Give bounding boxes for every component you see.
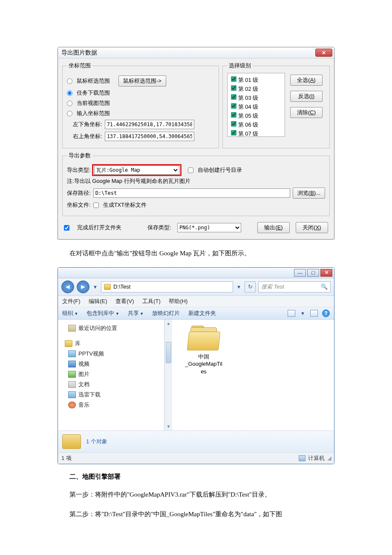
explorer-body: 最近访问的位置 库 PPTV视频 视频 图片 文档 迅雷下载 音乐 ▲ ▼ xyxy=(58,320,334,431)
details-folder-icon xyxy=(62,434,81,449)
address-dropdown-icon[interactable]: ▼ xyxy=(236,284,242,289)
radio-mouse[interactable] xyxy=(67,78,72,84)
auto-create-dir-check[interactable] xyxy=(188,168,193,173)
open-after-check[interactable] xyxy=(64,225,69,231)
menu-tools[interactable]: 工具(T) xyxy=(142,298,161,304)
resize-grip-icon[interactable]: ◢ xyxy=(327,455,331,461)
level-04-check[interactable] xyxy=(231,103,236,109)
history-dropdown-icon[interactable]: ▼ xyxy=(92,284,98,289)
window-controls: — ▢ ✕ xyxy=(58,268,334,278)
view-dropdown-icon[interactable]: ▼ xyxy=(300,311,306,316)
tool-organize[interactable]: 组织 xyxy=(62,309,78,317)
menu-edit[interactable]: 编辑(E) xyxy=(89,298,107,304)
section-heading-2: 二、地图引擎部署 xyxy=(69,473,334,481)
save-path-input[interactable] xyxy=(93,188,290,198)
browse-button[interactable]: 浏览(B)... xyxy=(293,188,325,199)
clear-button[interactable]: 清除(C) xyxy=(290,107,323,118)
forward-button[interactable]: ► xyxy=(77,280,89,293)
mouse-select-button[interactable]: 鼠标框选范围-> xyxy=(118,75,166,87)
level-05-check[interactable] xyxy=(231,112,236,118)
help-icon[interactable]: ? xyxy=(322,309,330,317)
dialog-body: 坐标范围 鼠标框选范围 鼠标框选范围-> 任务下载范围 当前视图范围 xyxy=(58,58,334,239)
tree-scrollbar[interactable]: ▲ ▼ xyxy=(164,320,172,431)
menu-bar: 文件(F) 编辑(E) 查看(V) 工具(T) 帮助(H) xyxy=(58,296,334,307)
view-button-icon[interactable] xyxy=(288,310,295,317)
invert-button[interactable]: 反选(I) xyxy=(290,91,323,102)
folder-item[interactable]: 中国 _GoogleMapTil es xyxy=(178,326,229,376)
preview-pane-icon[interactable] xyxy=(310,310,318,317)
library-icon xyxy=(65,340,72,347)
radio-view[interactable] xyxy=(67,101,72,106)
auto-create-dir-label: 自动创建行号目录 xyxy=(198,166,242,174)
coord-range-group: 坐标范围 鼠标框选范围 鼠标框选范围-> 任务下载范围 当前视图范围 xyxy=(62,62,219,148)
export-dialog: 导出图片数据 ✕ 坐标范围 鼠标框选范围 鼠标框选范围-> 任务下载范围 当前视… xyxy=(58,47,334,240)
recent-icon xyxy=(68,325,76,332)
video-icon xyxy=(68,361,76,367)
tool-include[interactable]: 包含到库中 xyxy=(86,309,119,317)
scroll-down-icon[interactable]: ▼ xyxy=(165,423,172,431)
radio-mouse-label: 鼠标框选范围 xyxy=(77,77,110,85)
bl-coord-input[interactable] xyxy=(105,120,194,129)
explorer-window: — ▢ ✕ ◄ ► ▼ D:\Test ▼ ↻ 搜索 Test 🔍 文件(F) … xyxy=(58,267,334,464)
export-note: 注:导出以 Google Map 行列号规则命名的瓦片图片 xyxy=(67,177,190,185)
menu-file[interactable]: 文件(F) xyxy=(62,298,81,304)
export-type-select[interactable]: 瓦片:Google Map xyxy=(94,165,179,175)
export-button[interactable]: 输出(E) xyxy=(257,222,290,233)
close-icon[interactable]: ✕ xyxy=(315,49,332,57)
search-placeholder: 搜索 Test xyxy=(261,283,284,291)
scroll-thumb[interactable] xyxy=(166,342,171,363)
close-button[interactable]: 关闭(X) xyxy=(296,222,328,233)
level-06-check[interactable] xyxy=(231,121,236,127)
menu-view[interactable]: 查看(V) xyxy=(115,298,134,304)
tr-coord-label: 右上角坐标: xyxy=(73,133,102,140)
level-list[interactable]: 第 01 级 第 02 级 第 03 级 第 04 级 第 05 级 第 06 … xyxy=(227,73,285,137)
window-close-icon[interactable]: ✕ xyxy=(320,269,332,277)
radio-task[interactable] xyxy=(67,90,72,96)
back-button[interactable]: ◄ xyxy=(61,280,74,293)
dialog-titlebar: 导出图片数据 ✕ xyxy=(58,47,334,58)
nav-row: ◄ ► ▼ D:\Test ▼ ↻ 搜索 Test 🔍 xyxy=(58,278,334,296)
radio-view-label: 当前视图范围 xyxy=(77,99,110,107)
tool-slideshow[interactable]: 放映幻灯片 xyxy=(152,309,180,317)
radio-task-label: 任务下载范围 xyxy=(77,89,110,97)
refresh-button[interactable]: ↻ xyxy=(245,281,256,292)
address-bar[interactable]: D:\Test xyxy=(101,281,233,292)
minimize-icon[interactable]: — xyxy=(294,269,306,277)
dialog-bottom: 完成后打开文件夹 保存类型: PNG(*.png) 输出(E) 关闭(X) xyxy=(62,220,330,234)
search-input[interactable]: 搜索 Test 🔍 xyxy=(258,281,331,292)
select-all-button[interactable]: 全选(A) xyxy=(290,75,323,86)
scroll-up-icon[interactable]: ▲ xyxy=(165,320,172,327)
music-icon xyxy=(68,402,76,408)
pptv-icon xyxy=(68,350,76,357)
level-01-check[interactable] xyxy=(231,76,236,82)
menu-help[interactable]: 帮助(H) xyxy=(169,298,187,304)
save-type-select[interactable]: PNG(*.png) xyxy=(177,223,241,232)
folder-big-icon xyxy=(188,326,219,350)
file-pane[interactable]: 中国 _GoogleMapTil es xyxy=(172,320,334,431)
gen-txt-check[interactable] xyxy=(93,202,99,208)
level-02-check[interactable] xyxy=(231,85,236,91)
tr-coord-input[interactable] xyxy=(105,132,194,141)
paragraph-1: 在对话框中点击"输出"按钮导出 Google Map 瓦片，如下图所示。 xyxy=(69,247,334,260)
open-after-label: 完成后打开文件夹 xyxy=(77,224,121,231)
radio-input-coord-label: 输入坐标范围 xyxy=(77,110,110,117)
tool-newfolder[interactable]: 新建文件夹 xyxy=(188,309,216,317)
tool-share[interactable]: 共享 xyxy=(128,309,144,317)
level-legend: 选择级别 xyxy=(227,62,253,69)
level-07-check[interactable] xyxy=(231,130,236,136)
xunlei-icon xyxy=(68,391,76,398)
nav-tree[interactable]: 最近访问的位置 库 PPTV视频 视频 图片 文档 迅雷下载 音乐 xyxy=(58,320,164,431)
search-icon: 🔍 xyxy=(321,283,328,290)
status-bar: 1 项 计算机 ◢ xyxy=(58,452,334,464)
step-2: 第二步：将"D:\Test"目录中的"中国_GoogleMapTiles"重命名… xyxy=(69,508,334,520)
save-path-label: 保存路径: xyxy=(67,189,91,197)
details-pane: 1 个对象 xyxy=(58,431,334,452)
bl-coord-label: 左下角坐标: xyxy=(73,121,102,128)
status-computer: 计算机 xyxy=(308,454,325,462)
maximize-icon[interactable]: ▢ xyxy=(307,269,319,277)
level-03-check[interactable] xyxy=(231,94,236,100)
picture-icon xyxy=(68,371,76,378)
export-param-group: 导出参数 导出类型: 瓦片:Google Map 自动创建行号目录 注:导出以 … xyxy=(62,152,330,216)
radio-input-coord[interactable] xyxy=(67,111,72,116)
document-icon xyxy=(68,381,76,388)
